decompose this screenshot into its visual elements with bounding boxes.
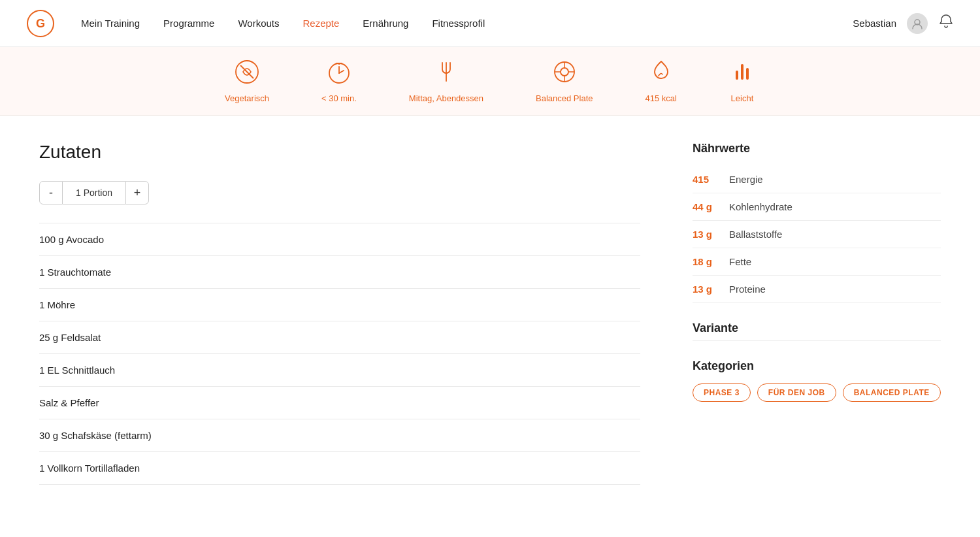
ingredient-item: 30 g Schafskäse (fettarm)	[39, 419, 640, 452]
naehrwert-energie-label: Energie	[729, 174, 763, 185]
category-mittag[interactable]: Mittag, Abendessen	[409, 59, 483, 103]
svg-text:G: G	[36, 17, 45, 30]
naehrwert-fette-value: 18 g	[693, 256, 719, 267]
naehrwert-ballaststoffe-value: 13 g	[693, 229, 719, 240]
navbar-right: Sebastian	[853, 13, 954, 34]
ingredient-item: 1 Vollkorn Tortillafladen	[39, 452, 640, 485]
avatar[interactable]	[907, 13, 928, 34]
kategorien-tags: PHASE 3 FÜR DEN JOB BALANCED PLATE	[693, 383, 941, 402]
30min-icon	[326, 59, 352, 88]
category-kcal[interactable]: 415 kcal	[645, 59, 677, 103]
svg-rect-17	[736, 71, 738, 80]
right-sidebar: Nährwerte 415 Energie 44 g Kohlenhydrate…	[693, 142, 941, 485]
portion-plus-button[interactable]: +	[125, 181, 149, 204]
naehrwert-ballaststoffe-label: Ballaststoffe	[729, 229, 782, 240]
zutaten-section: Zutaten - 1 Portion + 100 g Avocado 1 St…	[39, 142, 640, 485]
leicht-label: Leicht	[731, 93, 754, 103]
svg-rect-18	[746, 68, 749, 80]
zutaten-title: Zutaten	[39, 142, 640, 163]
portion-minus-button[interactable]: -	[39, 181, 63, 204]
ingredient-item: 1 Möhre	[39, 289, 640, 321]
naehrwert-row-kohlenhydrate: 44 g Kohlenhydrate	[693, 193, 941, 221]
portion-value: 1 Portion	[63, 181, 125, 204]
naehrwert-proteine-label: Proteine	[729, 284, 766, 295]
logo[interactable]: G	[26, 9, 55, 38]
category-vegetarisch[interactable]: Vegetarisch	[225, 59, 269, 103]
naehrwert-row-ballaststoffe: 13 g Ballaststoffe	[693, 221, 941, 248]
naehrwert-row-proteine: 13 g Proteine	[693, 276, 941, 303]
variante-title: Variante	[693, 321, 941, 335]
naehrwerte-section: Nährwerte 415 Energie 44 g Kohlenhydrate…	[693, 142, 941, 303]
category-balanced[interactable]: Balanced Plate	[536, 59, 593, 103]
naehrwert-kohlenhydrate-label: Kohlenhydrate	[729, 201, 792, 212]
kategorien-title: Kategorien	[693, 359, 941, 373]
ingredient-item: 1 EL Schnittlauch	[39, 354, 640, 387]
svg-line-7	[339, 71, 344, 73]
mittag-icon	[433, 59, 459, 88]
naehrwert-kohlenhydrate-value: 44 g	[693, 201, 719, 212]
nav-programme[interactable]: Programme	[163, 18, 214, 29]
naehrwert-fette-label: Fette	[729, 256, 751, 267]
tag-balanced-plate[interactable]: BALANCED PLATE	[843, 383, 941, 402]
balanced-label: Balanced Plate	[536, 93, 593, 103]
kcal-label: 415 kcal	[645, 93, 677, 103]
variante-section: Variante	[693, 321, 941, 341]
svg-rect-16	[741, 64, 743, 80]
category-30min[interactable]: < 30 min.	[321, 59, 357, 103]
nav-rezepte[interactable]: Rezepte	[302, 18, 339, 29]
mittag-label: Mittag, Abendessen	[409, 93, 483, 103]
svg-point-11	[561, 68, 568, 76]
nav-fitnessprofil[interactable]: Fitnessprofil	[432, 18, 485, 29]
ingredient-list: 100 g Avocado 1 Strauchtomate 1 Möhre 25…	[39, 223, 640, 485]
naehrwerte-title: Nährwerte	[693, 142, 941, 155]
nav-links: Mein Training Programme Workouts Rezepte…	[81, 18, 853, 29]
tag-phase3[interactable]: PHASE 3	[693, 383, 751, 402]
leicht-icon	[729, 59, 755, 88]
kategorien-section: Kategorien PHASE 3 FÜR DEN JOB BALANCED …	[693, 359, 941, 402]
30min-label: < 30 min.	[321, 93, 357, 103]
nav-workouts[interactable]: Workouts	[238, 18, 279, 29]
ingredient-item: Salz & Pfeffer	[39, 387, 640, 419]
ingredient-item: 1 Strauchtomate	[39, 256, 640, 289]
username: Sebastian	[853, 18, 896, 29]
ingredient-item: 100 g Avocado	[39, 223, 640, 256]
category-leicht[interactable]: Leicht	[729, 59, 755, 103]
navbar: G Mein Training Programme Workouts Rezep…	[0, 0, 980, 47]
ingredient-item: 25 g Feldsalat	[39, 321, 640, 354]
svg-line-4	[240, 65, 253, 78]
naehrwert-proteine-value: 13 g	[693, 284, 719, 295]
kcal-icon	[648, 59, 674, 88]
naehrwert-row-energie: 415 Energie	[693, 166, 941, 193]
nav-mein-training[interactable]: Mein Training	[81, 18, 140, 29]
balanced-icon	[551, 59, 578, 88]
category-bar: Vegetarisch < 30 min. Mittag, Abendessen	[0, 47, 980, 116]
variante-divider	[693, 340, 941, 341]
portion-control: - 1 Portion +	[39, 181, 640, 204]
tag-fuer-den-job[interactable]: FÜR DEN JOB	[757, 383, 836, 402]
naehrwert-energie-value: 415	[693, 174, 719, 185]
vegetarisch-label: Vegetarisch	[225, 93, 269, 103]
main-content: Zutaten - 1 Portion + 100 g Avocado 1 St…	[0, 116, 980, 511]
nav-ernaehrung[interactable]: Ernährung	[363, 18, 408, 29]
naehrwert-row-fette: 18 g Fette	[693, 248, 941, 276]
vegetarisch-icon	[234, 59, 260, 88]
notification-bell[interactable]	[938, 14, 954, 33]
